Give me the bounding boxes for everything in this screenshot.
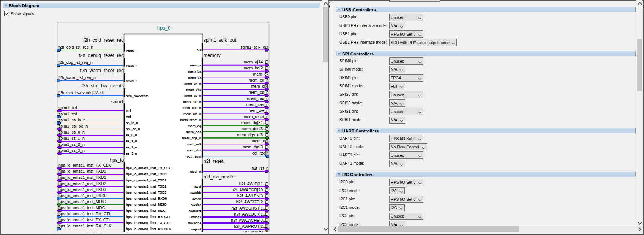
svg-text:reset_n: reset_n: [126, 64, 138, 68]
svg-text:hps_io_emac1_inst_TXD2: hps_io_emac1_inst_TXD2: [126, 185, 167, 188]
svg-text:spim1_txd: spim1_txd: [58, 106, 77, 110]
svg-text:h2f_AWCACHE[3..0]: h2f_AWCACHE[3..0]: [231, 218, 268, 222]
svg-text:hps_io_emac1_inst_RXD1: hps_io_emac1_inst_RXD1: [58, 231, 107, 233]
svg-text:reset_n: reset_n: [126, 79, 138, 83]
svg-text:spim1_sclk_out: spim1_sclk_out: [204, 38, 237, 43]
svg-text:f2h_cold_reset_req: f2h_cold_reset_req: [83, 38, 124, 43]
svg-text:hps_0: hps_0: [157, 25, 170, 31]
svg-text:hps_io_emac1_inst_RX_CLK: hps_io_emac1_inst_RX_CLK: [126, 227, 172, 231]
svg-text:hps_io_emac1_inst_RX_CTL: hps_io_emac1_inst_RX_CTL: [126, 215, 171, 219]
svg-text:f2h_dbg_rst_req_n: f2h_dbg_rst_req_n: [58, 60, 93, 65]
svg-text:f2h_cold_rst_req_n: f2h_cold_rst_req_n: [58, 45, 93, 49]
svg-text:ssi_oe_n: ssi_oe_n: [126, 127, 140, 131]
svg-text:mem_cs_n: mem_cs_n: [184, 94, 201, 98]
svg-text:f2h_warm_reset_req: f2h_warm_reset_req: [80, 68, 124, 73]
svg-text:hps_io_emac1_inst_TX_CLK: hps_io_emac1_inst_TX_CLK: [58, 163, 111, 167]
svg-text:mem_cs_n: mem_cs_n: [249, 90, 268, 95]
svg-text:ss_1_n: ss_1_n: [126, 139, 137, 143]
svg-text:spim1_ss_1_n: spim1_ss_1_n: [58, 136, 85, 140]
svg-text:hps_io_emac1_inst_MDC: hps_io_emac1_inst_MDC: [126, 209, 166, 213]
svg-text:mem_ck_n: mem_ck_n: [184, 82, 201, 85]
svg-text:rxd: rxd: [126, 115, 131, 119]
svg-text:h2f_AWADDR[29..0]: h2f_AWADDR[29..0]: [232, 188, 268, 192]
svg-text:hps_io_emac1_inst_MDIO: hps_io_emac1_inst_MDIO: [58, 199, 106, 204]
svg-text:h2f_rst_n: h2f_rst_n: [251, 166, 268, 170]
svg-text:spim1_sclk_out: spim1_sclk_out: [240, 45, 268, 49]
svg-text:mem_cas_n: mem_cas_n: [246, 102, 268, 107]
svg-text:mem_we_n: mem_we_n: [183, 112, 201, 116]
svg-text:mem_ba[2..0]: mem_ba[2..0]: [244, 66, 268, 70]
svg-text:awburst: awburst: [189, 209, 201, 213]
svg-text:hps_io_emac1_inst_TX_CLK: hps_io_emac1_inst_TX_CLK: [126, 166, 171, 170]
svg-text:h2f_AWID[11..0]: h2f_AWID[11..0]: [239, 181, 268, 186]
svg-text:mem_odt: mem_odt: [251, 139, 268, 143]
svg-text:mem_ras_n: mem_ras_n: [247, 96, 268, 101]
svg-text:hps_io_emac1_inst_TXD3: hps_io_emac1_inst_TXD3: [58, 187, 106, 192]
svg-text:stm_hwevents: stm_hwevents: [126, 94, 149, 98]
svg-text:clk: clk: [197, 48, 202, 52]
svg-text:mem_we_n: mem_we_n: [248, 108, 268, 113]
svg-text:hps_io_emac1_inst_TXD2: hps_io_emac1_inst_TXD2: [58, 181, 106, 186]
svg-text:spim1_ss_0_n: spim1_ss_0_n: [58, 130, 85, 134]
svg-text:hps_io_emac1_inst_TX_CTL: hps_io_emac1_inst_TX_CTL: [58, 218, 111, 222]
svg-text:mem_dq[31..0]: mem_dq[31..0]: [242, 120, 268, 125]
svg-text:h2f_AWBURST[1..0]: h2f_AWBURST[1..0]: [231, 206, 268, 210]
svg-text:awcache: awcache: [188, 221, 201, 225]
svg-text:ss_in_n: ss_in_n: [126, 121, 138, 125]
svg-text:spim1_rxd: spim1_rxd: [58, 112, 77, 116]
svg-text:reset_n: reset_n: [189, 170, 201, 173]
svg-text:spim1_ss_2_n: spim1_ss_2_n: [58, 142, 85, 147]
svg-text:ss_0_n: ss_0_n: [126, 133, 137, 137]
svg-text:oct_rzqin: oct_rzqin: [252, 151, 268, 155]
svg-text:mem_dm[3..0]: mem_dm[3..0]: [243, 145, 268, 149]
svg-text:mem_ck_n: mem_ck_n: [249, 78, 268, 82]
svg-text:hps_io_emac1_inst_MDC: hps_io_emac1_inst_MDC: [58, 205, 105, 210]
svg-text:mem_dqs_n: mem_dqs_n: [182, 136, 201, 140]
svg-text:memory: memory: [204, 53, 221, 58]
svg-text:f2h_stm_hw_events: f2h_stm_hw_events: [82, 83, 124, 88]
svg-text:mem_a[14..0]: mem_a[14..0]: [244, 60, 268, 64]
svg-text:mem_ck: mem_ck: [253, 72, 269, 76]
svg-text:txd: txd: [126, 109, 131, 113]
svg-text:f2h_stm_hwevents[27..0]: f2h_stm_hwevents[27..0]: [58, 90, 104, 95]
svg-text:f2h_warm_rst_req_n: f2h_warm_rst_req_n: [58, 75, 96, 80]
svg-text:mem_ba: mem_ba: [188, 69, 202, 73]
svg-text:hps_io_emac1_inst_TX_CTL: hps_io_emac1_inst_TX_CTL: [126, 221, 171, 225]
svg-text:awprot: awprot: [191, 227, 202, 231]
svg-text:hps_io_emac1_inst_RX_CLK: hps_io_emac1_inst_RX_CLK: [58, 224, 112, 228]
svg-text:ss_3_n: ss_3_n: [126, 151, 137, 155]
svg-text:h2f_AWLOCK[1..0]: h2f_AWLOCK[1..0]: [234, 212, 269, 216]
svg-text:mem_odt: mem_odt: [186, 142, 201, 146]
svg-text:awlock: awlock: [190, 215, 202, 219]
svg-text:mem_reset_n: mem_reset_n: [180, 118, 201, 122]
svg-text:h2f_AWSIZE[2..0]: h2f_AWSIZE[2..0]: [236, 200, 268, 204]
svg-text:hps_io_emac1_inst_TXD3: hps_io_emac1_inst_TXD3: [126, 191, 167, 194]
svg-text:mem_dqs: mem_dqs: [186, 130, 201, 134]
svg-text:mem_dq: mem_dq: [188, 124, 201, 128]
svg-text:spim1_ss_in_n: spim1_ss_in_n: [58, 118, 85, 122]
svg-text:awaddr: awaddr: [190, 191, 202, 195]
svg-text:mem_dqs[3..0]: mem_dqs[3..0]: [242, 126, 268, 131]
svg-text:mem_dqs_n[3..0]: mem_dqs_n[3..0]: [237, 132, 268, 137]
svg-text:mem_cke: mem_cke: [186, 88, 201, 91]
svg-text:reset_n: reset_n: [126, 49, 138, 52]
svg-text:hps_io_emac1_inst_RXD0: hps_io_emac1_inst_RXD0: [58, 193, 107, 198]
svg-text:spim1: spim1: [111, 99, 124, 104]
svg-text:awsize: awsize: [191, 203, 201, 207]
svg-text:h2f_axi_master: h2f_axi_master: [204, 174, 236, 180]
svg-text:mem_a: mem_a: [190, 63, 202, 67]
svg-text:mem_ras_n: mem_ras_n: [183, 100, 201, 104]
svg-text:spim1_ssi_oe_n: spim1_ssi_oe_n: [58, 124, 88, 128]
svg-text:hps_io: hps_io: [110, 158, 124, 163]
svg-text:h2f_reset: h2f_reset: [204, 159, 224, 164]
svg-text:mem_cas_n: mem_cas_n: [182, 106, 201, 110]
svg-text:spim1_ss_3_n: spim1_ss_3_n: [58, 148, 85, 153]
svg-text:hps_io_emac1_inst_RX_CTL: hps_io_emac1_inst_RX_CTL: [58, 211, 111, 216]
svg-text:h2f_AWPROT[2..0]: h2f_AWPROT[2..0]: [234, 224, 268, 229]
svg-text:hps_io_emac1_inst_TXD0: hps_io_emac1_inst_TXD0: [58, 169, 106, 173]
svg-text:ss_2_n: ss_2_n: [126, 145, 137, 149]
svg-text:mem_cke: mem_cke: [251, 84, 268, 88]
svg-text:f2h_debug_reset_req: f2h_debug_reset_req: [79, 53, 124, 58]
svg-text:hps_io_emac1_inst_TXD0: hps_io_emac1_inst_TXD0: [126, 172, 167, 176]
svg-text:mem_ck: mem_ck: [188, 76, 202, 79]
